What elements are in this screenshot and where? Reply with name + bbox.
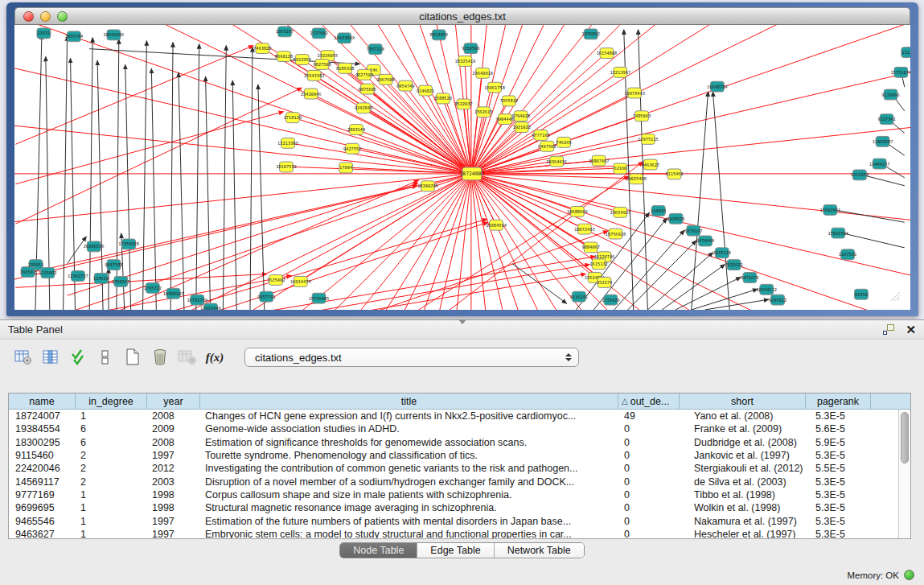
network-node[interactable]: 252274 <box>597 277 612 287</box>
network-node[interactable]: 9827503 <box>355 69 373 80</box>
network-node[interactable]: 1588520 <box>434 93 452 104</box>
new-file-icon[interactable] <box>121 345 145 369</box>
network-node[interactable]: 9097588 <box>105 260 122 270</box>
table-row[interactable]: 1938455462009Genome-wide association stu… <box>9 422 910 435</box>
network-node[interactable]: 1876862 <box>581 29 599 39</box>
network-node[interactable]: 9904448 <box>496 114 514 125</box>
network-node[interactable]: 16033809 <box>334 33 355 43</box>
network-node[interactable]: 7625402 <box>267 274 285 285</box>
close-window-icon[interactable] <box>23 11 34 22</box>
table-row[interactable]: 2242004622012Investigating the contribut… <box>9 462 910 475</box>
network-node[interactable]: 9857791 <box>257 291 275 302</box>
network-node[interactable]: 746266 <box>556 137 571 147</box>
network-graph[interactable]: 2393120557842069140610552871527602160338… <box>14 25 910 310</box>
network-node[interactable]: 8938926 <box>667 213 684 224</box>
column-header-name[interactable]: name <box>9 393 76 409</box>
network-node[interactable]: 12975115 <box>638 134 659 144</box>
network-node[interactable]: 9427552 <box>343 143 361 154</box>
network-node[interactable]: 1921022 <box>512 122 530 133</box>
network-node[interactable]: 17004 <box>339 163 353 173</box>
network-node[interactable]: 8660128 <box>275 51 293 62</box>
network-node[interactable]: 15692961 <box>819 204 840 215</box>
close-icon[interactable]: ✕ <box>906 323 916 336</box>
network-node[interactable]: 8813054 <box>430 30 448 40</box>
network-window-titlebar[interactable]: citations_edges.txt <box>14 7 910 25</box>
table-row[interactable]: 946554611997Estimation of the future num… <box>9 514 910 527</box>
network-node[interactable]: 9129966 <box>881 89 899 100</box>
network-node[interactable]: 18724007 <box>459 167 484 180</box>
network-node[interactable]: 9242848 <box>355 103 372 113</box>
network-node[interactable]: 19384554 <box>486 220 507 230</box>
clear-selection-icon[interactable] <box>93 345 117 369</box>
modify-table-icon[interactable] <box>11 345 35 369</box>
network-node[interactable]: 8454749 <box>396 80 414 91</box>
network-node[interactable]: 16154808 <box>597 48 618 59</box>
network-node[interactable]: 6879197 <box>684 225 702 236</box>
network-node[interactable]: 1733426 <box>602 295 619 305</box>
network-node[interactable]: 2055784 <box>65 31 83 42</box>
network-node[interactable]: 16648784 <box>707 81 728 92</box>
table-row[interactable]: 1830029562008Estimation of significance … <box>9 436 910 449</box>
network-node[interactable]: 9827508 <box>313 60 331 70</box>
network-node[interactable]: 1527602 <box>310 28 327 39</box>
network-node[interactable]: 23931 <box>37 28 51 39</box>
network-node[interactable]: 7463822 <box>253 43 271 54</box>
show-columns-icon[interactable] <box>39 345 63 369</box>
table-row[interactable]: 969969511998Structural magnetic resonanc… <box>9 501 910 514</box>
network-node[interactable]: 17016504 <box>827 228 848 238</box>
column-header-title[interactable]: title <box>200 393 618 409</box>
network-node[interactable]: 9215958 <box>851 170 869 180</box>
network-node[interactable]: 164095 <box>651 205 666 216</box>
select-all-icon[interactable] <box>66 345 90 369</box>
network-node[interactable]: 2718129 <box>284 113 302 123</box>
network-node[interactable]: 10807487 <box>589 155 610 166</box>
network-node[interactable]: 7955812 <box>500 96 518 106</box>
network-node[interactable]: 5912954 <box>294 55 311 65</box>
table-row[interactable]: 946362711997Embryonic stem cells: a mode… <box>9 528 910 538</box>
network-node[interactable]: 10654112 <box>756 284 777 295</box>
table-select-dropdown[interactable]: citations_edges.txt <box>244 348 579 367</box>
float-window-icon[interactable] <box>883 324 894 335</box>
network-node[interactable]: 10973493 <box>624 88 645 98</box>
function-builder-icon[interactable]: f(x) <box>203 345 227 369</box>
network-node[interactable]: 9777163 <box>532 130 549 141</box>
network-node[interactable]: 2803144 <box>347 125 365 135</box>
network-node[interactable]: 8471676 <box>741 273 758 283</box>
network-node[interactable]: 1795722 <box>144 282 162 293</box>
network-node[interactable]: 18325419 <box>455 56 476 67</box>
column-header-in_degree[interactable]: in_degree <box>76 393 147 409</box>
network-canvas[interactable]: 2393120557842069140610552871527602160338… <box>14 25 910 310</box>
table-row[interactable]: 1456911722003Disruption of a novel membe… <box>9 475 910 488</box>
delete-table-icon[interactable] <box>175 345 199 369</box>
network-node[interactable]: 114519 <box>93 274 109 284</box>
network-node[interactable]: 1167531 <box>839 249 856 260</box>
table-row[interactable]: 911546021997Tourette syndrome. Phenomeno… <box>9 449 910 462</box>
network-node[interactable]: 9884067 <box>581 242 599 253</box>
network-node[interactable]: 1616141 <box>570 291 588 302</box>
resize-grip-icon[interactable] <box>888 289 901 302</box>
network-node[interactable]: 12342737 <box>68 271 88 282</box>
network-node[interactable]: 23640910 <box>472 68 493 78</box>
network-node[interactable]: 1562615 <box>474 107 492 117</box>
network-node[interactable]: 1115682 <box>39 268 56 278</box>
zoom-window-icon[interactable] <box>57 11 68 22</box>
network-node[interactable]: 9875685 <box>359 84 376 94</box>
network-node[interactable]: 16543382 <box>304 70 325 80</box>
network-node[interactable]: 1055287 <box>276 27 294 37</box>
network-node[interactable]: 18107552 <box>276 162 297 172</box>
network-node[interactable]: 7485063 <box>633 111 651 122</box>
network-node[interactable]: 8522037 <box>454 99 472 109</box>
network-node[interactable]: 9474444 <box>696 236 714 246</box>
panel-divider-grip[interactable] <box>458 319 466 324</box>
network-node[interactable]: 8186328 <box>336 63 354 73</box>
network-node[interactable]: 9463627 <box>642 159 659 170</box>
table-scrollbar-thumb[interactable] <box>901 412 909 463</box>
network-window[interactable]: citations_edges.txt 23931205578420691406… <box>6 2 918 316</box>
network-node[interactable]: 15716485 <box>309 293 330 303</box>
column-header-year[interactable]: year <box>147 393 200 409</box>
table-scrollbar[interactable] <box>898 410 910 538</box>
network-node[interactable]: 11124 <box>901 47 910 58</box>
minimize-window-icon[interactable] <box>40 11 51 22</box>
network-node[interactable]: 6497568 <box>538 141 556 151</box>
network-node[interactable]: 2967608 <box>376 74 394 84</box>
